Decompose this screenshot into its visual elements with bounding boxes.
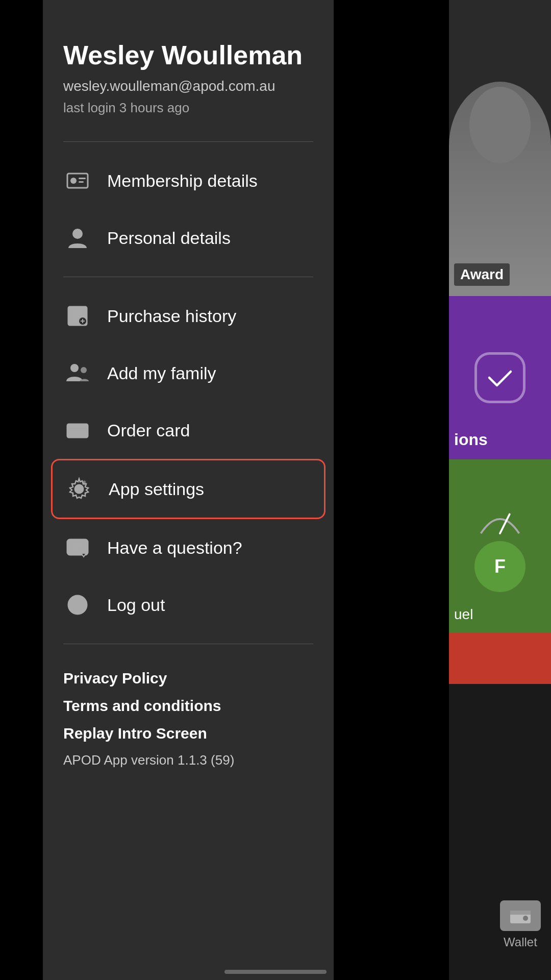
menu-label-have-a-question: Have a question? xyxy=(107,538,242,558)
purchase-icon xyxy=(63,302,92,330)
divider-1 xyxy=(63,277,313,277)
user-last-login: last login 3 hours ago xyxy=(63,100,313,116)
menu-label-order-card: Order card xyxy=(107,421,190,440)
menu-label-app-settings: App settings xyxy=(109,479,204,499)
home-indicator xyxy=(224,970,327,974)
divider-bottom xyxy=(63,644,313,644)
card-icon xyxy=(63,416,92,445)
svg-line-0 xyxy=(500,514,510,534)
menu-item-log-out[interactable]: Log out xyxy=(43,576,334,633)
privacy-policy-link[interactable]: Privacy Policy xyxy=(63,670,313,687)
menu-item-purchase-history[interactable]: Purchase history xyxy=(43,287,334,345)
wallet-area[interactable]: Wallet xyxy=(500,900,541,949)
wallet-label: Wallet xyxy=(504,935,537,949)
bg-panel-top: Award xyxy=(449,0,551,296)
menu-item-add-my-family[interactable]: Add my family xyxy=(43,345,334,402)
fuel-gauge-circle: F xyxy=(474,541,525,592)
person-icon xyxy=(63,224,92,252)
question-icon xyxy=(63,533,92,562)
svg-rect-20 xyxy=(69,433,76,435)
svg-point-17 xyxy=(81,367,87,373)
replay-link[interactable]: Replay Intro Screen xyxy=(63,725,313,742)
menu-label-add-my-family: Add my family xyxy=(107,363,216,383)
drawer-header: Wesley Woulleman wesley.woulleman@apod.c… xyxy=(43,0,334,131)
menu-label-membership-details: Membership details xyxy=(107,171,258,191)
bg-panel-lower: F uel xyxy=(449,459,551,633)
menu-item-have-a-question[interactable]: Have a question? xyxy=(43,519,334,576)
svg-rect-22 xyxy=(67,540,88,555)
svg-point-5 xyxy=(70,178,77,184)
membership-icon xyxy=(63,166,92,195)
checkmark-icon xyxy=(485,362,515,393)
award-label: Award xyxy=(454,263,510,286)
background-right-panel: Award ions F uel xyxy=(449,0,551,980)
menu-label-purchase-history: Purchase history xyxy=(107,306,236,326)
user-name: Wesley Woulleman xyxy=(63,41,313,70)
menu-item-membership-details[interactable]: Membership details xyxy=(43,152,334,209)
menu-item-order-card[interactable]: Order card xyxy=(43,402,334,459)
svg-rect-2 xyxy=(510,911,531,915)
fuel-gauge-icon xyxy=(474,500,525,541)
settings-icon xyxy=(65,475,93,503)
terms-link[interactable]: Terms and conditions xyxy=(63,697,313,715)
drawer: Wesley Woulleman wesley.woulleman@apod.c… xyxy=(43,0,334,980)
menu-label-personal-details: Personal details xyxy=(107,228,231,248)
ions-label: ions xyxy=(454,430,488,449)
footer-links: Privacy Policy Terms and conditions Repl… xyxy=(43,654,334,794)
divider-top xyxy=(63,141,313,142)
svg-point-16 xyxy=(70,364,79,372)
wallet-icon xyxy=(500,900,541,931)
family-icon xyxy=(63,359,92,387)
svg-point-21 xyxy=(75,485,83,493)
wallet-svg xyxy=(510,908,531,923)
svg-rect-19 xyxy=(67,427,88,431)
bg-panel-bottom xyxy=(449,633,551,684)
version-label: APOD App version 1.1.3 (59) xyxy=(63,752,313,768)
user-email: wesley.woulleman@apod.com.au xyxy=(63,76,313,96)
svg-point-3 xyxy=(523,916,528,921)
svg-rect-7 xyxy=(79,181,84,183)
menu-item-personal-details[interactable]: Personal details xyxy=(43,209,334,266)
logout-icon xyxy=(63,591,92,619)
svg-rect-6 xyxy=(79,178,86,179)
menu-item-app-settings[interactable]: App settings xyxy=(51,459,325,519)
svg-point-8 xyxy=(72,229,83,239)
bg-panel-middle: ions xyxy=(449,296,551,459)
menu-label-log-out: Log out xyxy=(107,595,165,615)
uel-label: uel xyxy=(454,606,473,623)
